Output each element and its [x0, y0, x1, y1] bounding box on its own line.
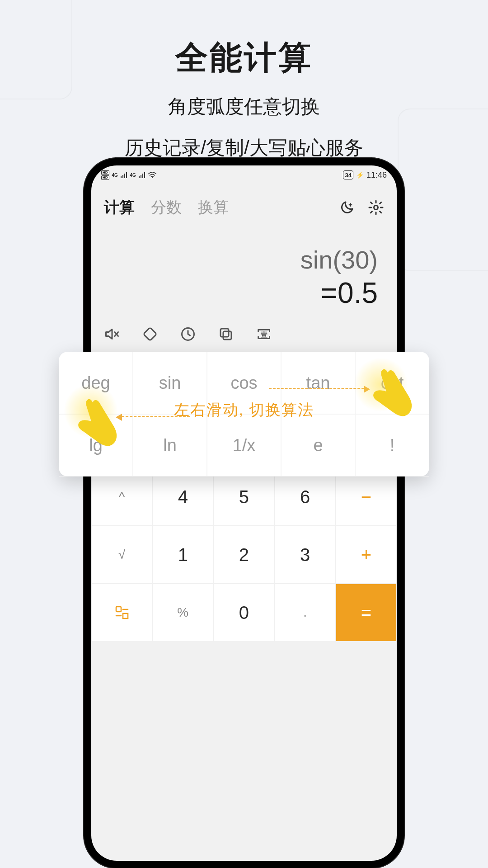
result: =0.5 [110, 276, 378, 310]
svg-rect-4 [223, 331, 231, 340]
tab-convert[interactable]: 换算 [198, 197, 229, 218]
tab-fraction[interactable]: 分数 [151, 197, 182, 218]
key-ln[interactable]: ln [133, 414, 207, 476]
tab-bar: 计算 分数 换算 [91, 184, 397, 218]
copy-icon[interactable] [218, 326, 234, 342]
key-^[interactable]: ^ [91, 468, 152, 526]
status-bar-right: 34 ⚡ 11:46 [343, 170, 387, 180]
gear-icon[interactable] [368, 199, 384, 216]
phone-screen: HDHD 4G 4G 34 ⚡ 11:46 计算 分数 换算 [91, 165, 397, 861]
svg-rect-5 [221, 329, 229, 337]
charging-icon: ⚡ [356, 171, 364, 179]
net-label: 4G [112, 173, 118, 178]
key-5[interactable]: 5 [213, 468, 274, 526]
display-area: sin(30) =0.5 [91, 218, 397, 314]
battery-icon: 34 [343, 170, 353, 179]
key-%[interactable]: % [152, 584, 213, 642]
key-4[interactable]: 4 [152, 468, 213, 526]
key-+[interactable]: + [336, 526, 397, 584]
signal-icon [121, 172, 127, 178]
tab-calculate[interactable]: 计算 [104, 197, 135, 218]
key-6[interactable]: 6 [275, 468, 336, 526]
net-label: 4G [130, 173, 136, 178]
svg-rect-2 [143, 327, 157, 341]
rotate-icon[interactable] [142, 326, 158, 342]
key-⎋[interactable] [91, 584, 152, 642]
capital-icon[interactable]: 壹 [256, 326, 272, 342]
status-bar-left: HDHD 4G 4G [101, 170, 157, 180]
svg-rect-7 [116, 607, 121, 612]
key-√[interactable]: √ [91, 526, 152, 584]
swipe-hint: 左右滑动, 切换算法 [174, 400, 314, 420]
promo-title: 全能计算 [0, 36, 488, 80]
dark-mode-icon[interactable] [339, 199, 355, 216]
key-recip[interactable]: 1/x [207, 414, 281, 476]
key-0[interactable]: 0 [213, 584, 274, 642]
wifi-icon [148, 171, 157, 179]
key-1[interactable]: 1 [152, 526, 213, 584]
svg-point-1 [374, 206, 378, 210]
status-bar: HDHD 4G 4G 34 ⚡ 11:46 [91, 165, 397, 184]
hand-pointer-icon [365, 364, 419, 437]
key-.[interactable]: . [275, 584, 336, 642]
promo-heading: 全能计算 角度弧度任意切换 历史记录/复制/大写贴心服务 [0, 36, 488, 162]
key-=[interactable]: = [336, 584, 397, 642]
battery-level: 34 [345, 172, 351, 179]
promo-subtitle-2: 历史记录/复制/大写贴心服务 [0, 133, 488, 162]
key-3[interactable]: 3 [275, 526, 336, 584]
history-icon[interactable] [180, 326, 196, 342]
toolbar: 壹 [91, 314, 397, 352]
svg-point-0 [152, 177, 153, 178]
key-2[interactable]: 2 [213, 526, 274, 584]
hd-icon: HDHD [101, 170, 109, 180]
key-e[interactable]: e [281, 414, 355, 476]
key-−[interactable]: − [336, 468, 397, 526]
phone-frame: HDHD 4G 4G 34 ⚡ 11:46 计算 分数 换算 [84, 158, 404, 868]
svg-text:壹: 壹 [261, 330, 267, 338]
clock: 11:46 [366, 170, 387, 180]
signal-icon [139, 172, 145, 178]
hand-pointer-icon [68, 393, 122, 466]
mute-icon[interactable] [104, 326, 120, 342]
promo-subtitle-1: 角度弧度任意切换 [0, 92, 488, 121]
expression: sin(30) [110, 245, 378, 274]
